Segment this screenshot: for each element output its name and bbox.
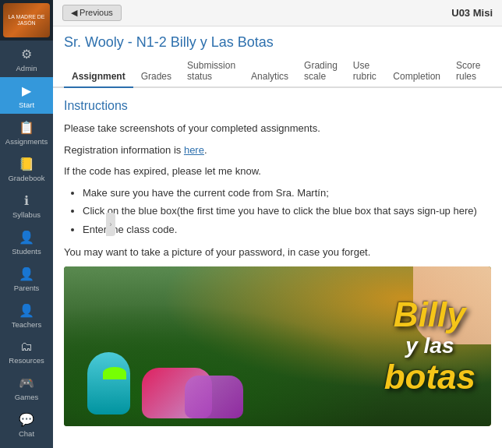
start-icon: ▶ — [22, 83, 31, 98]
sidebar-item-gradebook[interactable]: 📒 Gradebook — [0, 150, 53, 187]
sidebar-collapse-handle[interactable]: › — [106, 213, 115, 236]
sidebar-label-parents: Parents — [14, 284, 40, 292]
sidebar-item-admin[interactable]: ⚙ Admin — [0, 41, 53, 77]
tab-grading-scale[interactable]: Grading scale — [296, 55, 345, 88]
billy-word: Billy — [384, 298, 475, 332]
tab-score-rules[interactable]: Score rules — [448, 55, 491, 88]
botas-word: botas — [384, 360, 475, 394]
instructions-list: Make sure you have the current code from… — [83, 185, 491, 238]
sidebar-item-parents[interactable]: 👤 Parents — [0, 260, 53, 297]
sidebar-label-resources: Resources — [9, 356, 44, 365]
creature-shape — [87, 352, 130, 414]
main-content: ◀ Previous U03 Misi Sr. Wooly - N1-2 Bil… — [53, 0, 502, 448]
assignment-title: Sr. Wooly - N1-2 Billy y Las Botas — [64, 34, 491, 51]
assignments-icon: 📋 — [19, 120, 34, 135]
sidebar-label-students: Students — [12, 247, 41, 256]
y-las-text: y las — [384, 333, 475, 358]
sidebar-label-start: Start — [19, 101, 34, 109]
creature-hair — [103, 367, 126, 379]
students-icon: 👤 — [19, 230, 34, 245]
sidebar-item-games[interactable]: 🎮 Games — [0, 369, 53, 406]
sidebar-label-chat: Chat — [19, 429, 34, 438]
list-item-1: Make sure you have the current code from… — [83, 185, 491, 201]
logo-image: LA MADRE DE JASÓN — [3, 3, 50, 37]
instructions-title: Instructions — [64, 99, 491, 113]
list-item-2: Click on the blue box(the first time you… — [83, 203, 491, 219]
tab-submission-status[interactable]: Submission status — [179, 55, 243, 88]
teachers-icon: 👤 — [19, 303, 34, 318]
paragraph-expired: If the code has expired, please let me k… — [64, 164, 491, 179]
tab-analytics[interactable]: Analytics — [243, 66, 296, 88]
registration-text: Registration information is — [64, 144, 184, 156]
sidebar-logo: LA MADRE DE JASÓN — [0, 0, 53, 41]
content-area: Instructions Please take screenshots of … — [53, 88, 502, 448]
sidebar: LA MADRE DE JASÓN ⚙ Admin ▶ Start 📋 Assi… — [0, 0, 53, 448]
here-link[interactable]: here — [184, 144, 204, 156]
sidebar-label-games: Games — [15, 393, 39, 401]
tab-grades[interactable]: Grades — [133, 66, 179, 88]
sidebar-item-teachers[interactable]: 👤 Teachers — [0, 297, 53, 333]
sidebar-label-syllabus: Syllabus — [12, 210, 41, 219]
unit-label: U03 Misi — [451, 7, 493, 19]
billy-botas-image: Billy y las botas — [64, 266, 491, 426]
sidebar-label-admin: Admin — [16, 64, 37, 72]
registration-period: . — [204, 144, 207, 156]
tab-use-rubric[interactable]: Use rubric — [345, 55, 386, 88]
sidebar-item-chat[interactable]: 💬 Chat — [0, 406, 53, 443]
sidebar-item-resources[interactable]: 🗂 Resources — [0, 333, 53, 369]
paragraph-password: You may want to take a picture of your p… — [64, 245, 491, 260]
games-icon: 🎮 — [19, 376, 34, 390]
sidebar-item-students[interactable]: 👤 Students — [0, 224, 53, 260]
parents-icon: 👤 — [19, 266, 34, 281]
sidebar-item-automation[interactable]: 🔄 Automation — [0, 443, 53, 448]
topbar: ◀ Previous U03 Misi — [53, 0, 502, 26]
sidebar-item-start[interactable]: ▶ Start — [0, 77, 53, 114]
tab-assignment[interactable]: Assignment — [64, 66, 133, 88]
chat-icon: 💬 — [19, 412, 34, 427]
sidebar-label-assignments: Assignments — [5, 137, 48, 146]
sidebar-item-assignments[interactable]: 📋 Assignments — [0, 114, 53, 150]
paragraph-screenshots: Please take screenshots of your complete… — [64, 121, 491, 136]
previous-button[interactable]: ◀ Previous — [62, 5, 122, 21]
gradebook-icon: 📒 — [19, 157, 34, 171]
list-item-3: Enter the class code. — [83, 222, 491, 238]
sidebar-label-teachers: Teachers — [12, 320, 42, 329]
paragraph-registration: Registration information is here. — [64, 143, 491, 158]
tabs-bar: Assignment Grades Submission status Anal… — [53, 55, 502, 88]
boot-shape-2 — [185, 376, 243, 418]
assignment-title-bar: Sr. Wooly - N1-2 Billy y Las Botas — [53, 26, 502, 55]
tab-completion[interactable]: Completion — [385, 66, 448, 88]
sidebar-label-gradebook: Gradebook — [8, 174, 44, 182]
admin-icon: ⚙ — [21, 47, 32, 62]
billy-text-overlay: Billy y las botas — [384, 298, 475, 394]
resources-icon: 🗂 — [20, 340, 33, 354]
syllabus-icon: ℹ — [24, 193, 29, 208]
sidebar-item-syllabus[interactable]: ℹ Syllabus — [0, 187, 53, 224]
